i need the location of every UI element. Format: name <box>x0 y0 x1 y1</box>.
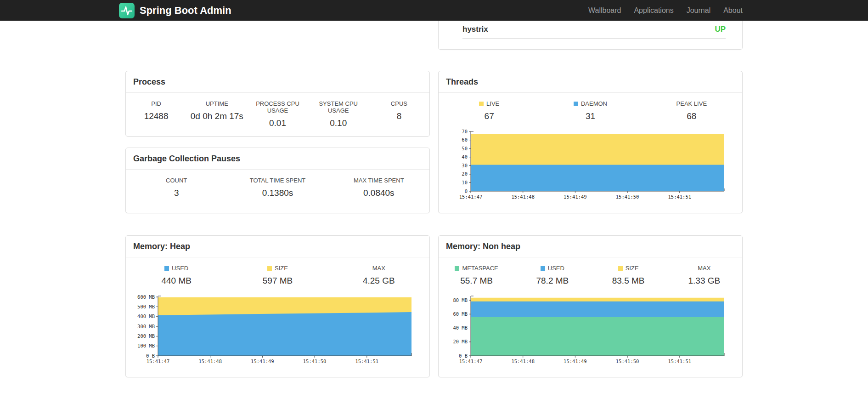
left-column: Process PID 12488 UPTIME 0d 0h 2m 17s PR… <box>125 21 430 377</box>
stat-label: CPUS <box>369 100 429 107</box>
stat-label: MAX <box>666 265 742 272</box>
status-badge: UP <box>715 25 726 34</box>
svg-text:40 MB: 40 MB <box>453 325 468 330</box>
stat-label: TOTAL TIME SPENT <box>227 177 328 184</box>
stat-nonheap-used: USED 78.2 MB <box>514 265 590 286</box>
memory-heap-stats: USED 440 MB SIZE 597 MB MAX 4.25 GB <box>126 257 429 286</box>
application-status-panel: hystrix UP <box>438 21 743 50</box>
stat-system-cpu-usage: SYSTEM CPU USAGE 0.10 <box>308 100 369 128</box>
stat-value: 0.01 <box>247 118 308 128</box>
stat-threads-daemon: DAEMON 31 <box>540 100 641 121</box>
svg-text:80 MB: 80 MB <box>453 297 468 303</box>
nav-item-journal[interactable]: Journal <box>680 6 717 14</box>
memory-nonheap-stats: METASPACE 55.7 MB USED 78.2 MB SIZE <box>439 257 742 286</box>
stat-heap-size: SIZE 597 MB <box>227 265 328 286</box>
stat-heap-max: MAX 4.25 GB <box>328 265 429 286</box>
svg-text:15:41:47: 15:41:47 <box>147 359 170 364</box>
svg-text:10: 10 <box>462 180 468 185</box>
stat-label-text: USED <box>172 265 188 272</box>
stat-label: PROCESS CPU USAGE <box>247 100 308 114</box>
stat-value: 78.2 MB <box>514 276 590 286</box>
stat-label: DAEMON <box>540 100 641 107</box>
stat-label: SYSTEM CPU USAGE <box>308 100 369 114</box>
memory-heap-chart: 0 B100 MB200 MB300 MB400 MB500 MB600 MB1… <box>135 292 429 372</box>
stat-nonheap-max: MAX 1.33 GB <box>666 265 742 286</box>
svg-text:70: 70 <box>462 129 468 134</box>
stat-label: PEAK LIVE <box>641 100 742 107</box>
svg-text:15:41:48: 15:41:48 <box>198 359 222 364</box>
nav-items: Wallboard Applications Journal About <box>582 6 743 15</box>
stat-label: MAX TIME SPENT <box>328 177 429 184</box>
svg-text:300 MB: 300 MB <box>137 324 155 329</box>
garbage-collection-panel: Garbage Collection Pauses COUNT 3 TOTAL … <box>125 148 430 213</box>
stat-threads-peak-live: PEAK LIVE 68 <box>641 100 742 121</box>
nav-item-applications[interactable]: Applications <box>627 6 680 14</box>
svg-text:200 MB: 200 MB <box>137 333 155 339</box>
svg-text:15:41:49: 15:41:49 <box>251 359 274 364</box>
nav-item-about[interactable]: About <box>717 6 743 14</box>
stat-value: 83.5 MB <box>591 276 666 286</box>
stat-label-text: METASPACE <box>462 265 498 272</box>
stat-label: PID <box>126 100 186 107</box>
spring-boot-admin-logo-icon <box>119 3 135 18</box>
legend-swatch <box>479 102 484 106</box>
memory-heap-panel: Memory: Heap USED 440 MB SIZE 597 MB <box>125 235 430 377</box>
stat-value: 8 <box>369 111 429 121</box>
stat-value: 67 <box>439 111 540 121</box>
stat-label: USED <box>126 265 227 272</box>
process-panel-title: Process <box>126 71 429 93</box>
stat-label-text: USED <box>548 265 564 272</box>
stat-label: UPTIME <box>186 100 247 107</box>
legend-swatch <box>164 266 169 271</box>
svg-text:15:41:51: 15:41:51 <box>668 359 692 364</box>
threads-panel-title: Threads <box>439 71 742 93</box>
stat-label-text: SIZE <box>275 265 288 272</box>
memory-nonheap-panel: Memory: Non heap METASPACE 55.7 MB USED … <box>438 235 743 377</box>
stat-gc-total-time: TOTAL TIME SPENT 0.1380s <box>227 177 328 198</box>
stat-label: MAX <box>328 265 429 272</box>
application-name: hystrix <box>462 25 488 34</box>
svg-text:60: 60 <box>462 137 468 142</box>
memory-nonheap-panel-title: Memory: Non heap <box>439 236 742 257</box>
svg-text:15:41:51: 15:41:51 <box>668 194 692 199</box>
svg-text:0 B: 0 B <box>146 353 155 359</box>
svg-text:15:41:47: 15:41:47 <box>459 194 483 199</box>
stat-value: 55.7 MB <box>439 276 514 286</box>
svg-text:500 MB: 500 MB <box>137 304 155 309</box>
legend-swatch <box>618 266 623 271</box>
svg-text:15:41:47: 15:41:47 <box>459 359 483 364</box>
svg-text:100 MB: 100 MB <box>137 343 155 348</box>
svg-text:0: 0 <box>465 188 468 194</box>
svg-text:0 B: 0 B <box>459 353 468 359</box>
svg-text:40: 40 <box>462 154 468 159</box>
stat-pid: PID 12488 <box>126 100 186 128</box>
svg-text:15:41:48: 15:41:48 <box>511 194 535 199</box>
stat-label-text: LIVE <box>486 100 499 107</box>
application-status-row[interactable]: hystrix UP <box>462 21 726 39</box>
svg-text:15:41:50: 15:41:50 <box>616 359 639 364</box>
svg-text:400 MB: 400 MB <box>137 313 155 319</box>
process-stats: PID 12488 UPTIME 0d 0h 2m 17s PROCESS CP… <box>126 93 429 128</box>
brand-title: Spring Boot Admin <box>140 5 231 17</box>
svg-text:50: 50 <box>462 146 468 151</box>
stat-value: 31 <box>540 111 641 121</box>
svg-text:15:41:49: 15:41:49 <box>564 194 587 199</box>
nav-item-wallboard[interactable]: Wallboard <box>582 6 627 14</box>
threads-chart: 01020304050607015:41:4715:41:4815:41:491… <box>448 128 742 208</box>
legend-swatch <box>574 102 578 106</box>
stat-label-text: DAEMON <box>581 100 607 107</box>
stat-label-text: SIZE <box>626 265 639 272</box>
stat-value: 0d 0h 2m 17s <box>186 111 247 121</box>
main-content: Process PID 12488 UPTIME 0d 0h 2m 17s PR… <box>125 21 743 377</box>
threads-stats: LIVE 67 DAEMON 31 PEAK LIVE 68 <box>439 93 742 121</box>
brand[interactable]: Spring Boot Admin <box>119 3 231 18</box>
stat-label: SIZE <box>227 265 328 272</box>
stat-nonheap-size: SIZE 83.5 MB <box>591 265 666 286</box>
svg-text:15:41:50: 15:41:50 <box>616 194 639 199</box>
stat-nonheap-metaspace: METASPACE 55.7 MB <box>439 265 514 286</box>
process-panel: Process PID 12488 UPTIME 0d 0h 2m 17s PR… <box>125 71 430 137</box>
stat-label: USED <box>514 265 590 272</box>
legend-swatch <box>541 266 545 271</box>
stat-value: 0.10 <box>308 118 369 128</box>
legend-swatch <box>267 266 272 271</box>
